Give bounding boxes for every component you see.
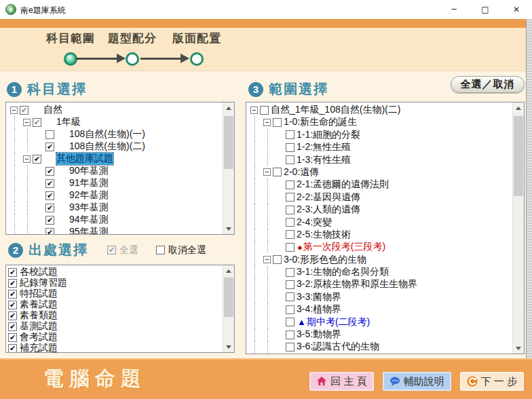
tree-item[interactable]: 自然_1年級_108自然(生物)(二) (246, 104, 512, 116)
checkbox[interactable] (273, 168, 282, 176)
checkbox[interactable] (286, 218, 294, 227)
checkbox[interactable]: ✔ (107, 246, 116, 254)
checkbox[interactable] (286, 292, 294, 301)
checkbox[interactable]: ✔ (45, 167, 54, 176)
checkbox[interactable] (286, 206, 294, 214)
tree-item[interactable]: 3-2:原核生物界和原生生物界 (246, 278, 512, 290)
checkbox[interactable] (156, 246, 165, 254)
collapse-icon[interactable] (263, 256, 271, 263)
collapse-icon[interactable] (23, 155, 31, 163)
checkbox[interactable] (286, 280, 294, 289)
list-item[interactable]: ✔特招試題 (6, 288, 223, 299)
close-button[interactable]: ✕ (501, 0, 532, 19)
checkbox[interactable] (286, 180, 294, 189)
subject-scrollbar[interactable] (223, 102, 234, 234)
select-all-checkbox[interactable]: ✔ 全選 (107, 244, 138, 256)
help-button[interactable]: 輔助說明 (383, 372, 451, 391)
range-scrollbar[interactable] (512, 102, 524, 354)
scrollbar-thumb[interactable] (224, 278, 233, 317)
checkbox[interactable] (273, 118, 282, 127)
next-button[interactable]: 下 一 步 (460, 372, 524, 391)
tree-item[interactable]: 3-0:形形色色的生物 (246, 254, 512, 266)
checkbox[interactable] (286, 193, 294, 202)
tree-item[interactable]: 1-1:細胞的分裂 (246, 129, 512, 141)
checkbox[interactable]: ✔ (45, 191, 54, 200)
list-item[interactable]: ✔各校試題 (6, 267, 223, 278)
deselect-all-checkbox[interactable]: 取消全選 (156, 244, 206, 256)
tree-item[interactable]: 3-6:認識古代的生物 (246, 341, 512, 353)
list-item[interactable]: ✔會考試題 (6, 332, 223, 343)
checkbox[interactable]: ✔ (33, 155, 41, 164)
tree-item[interactable]: ✔93年基測 (6, 202, 223, 214)
list-item[interactable]: ✔素養試題 (6, 299, 223, 310)
checkbox[interactable]: ✔ (8, 290, 17, 299)
checkbox[interactable] (286, 155, 294, 164)
checkbox[interactable]: ✔ (8, 279, 17, 288)
tree-item[interactable]: ✔92年基測 (6, 189, 223, 202)
checkbox[interactable] (286, 130, 294, 139)
checkbox[interactable] (286, 343, 294, 352)
checkbox[interactable]: ✔ (8, 311, 17, 320)
checkbox[interactable] (286, 230, 294, 239)
scroll-up-icon[interactable] (513, 102, 524, 113)
tree-item[interactable]: 3-3:菌物界 (246, 291, 512, 303)
checkbox[interactable]: ✔ (45, 216, 54, 225)
tree-item[interactable]: 2-3:人類的遺傳 (246, 204, 512, 216)
checkbox[interactable]: ✔ (8, 344, 17, 353)
home-button[interactable]: 回 主 頁 (309, 372, 373, 391)
minimize-button[interactable]: ─ (438, 0, 470, 19)
list-item[interactable]: ✔紀錄簿習題 (6, 278, 223, 288)
tree-item[interactable]: 2-1:孟德爾的遺傳法則 (246, 178, 512, 191)
source-scrollbar[interactable] (223, 265, 234, 352)
tree-item[interactable]: ✔91年基測 (6, 177, 223, 189)
tree-item[interactable]: 2-4:突變 (246, 216, 512, 229)
tree-item[interactable]: 2-0:遺傳 (246, 166, 512, 178)
tree-item[interactable]: ✔90年基測 (6, 165, 223, 177)
tree-item[interactable]: ▲期中考(二段考) (246, 316, 512, 328)
tree-item[interactable]: ✔自然 (6, 104, 223, 116)
checkbox[interactable] (286, 318, 294, 326)
scrollbar-thumb[interactable] (224, 116, 233, 169)
tree-item[interactable]: ✔1年級 (6, 116, 223, 128)
checkbox[interactable]: ✔ (45, 228, 54, 235)
scroll-down-icon[interactable] (223, 341, 234, 352)
list-item[interactable]: ✔補充試題 (6, 343, 223, 352)
tree-item[interactable]: 1-2:無性生殖 (246, 141, 512, 153)
checkbox[interactable]: ✔ (8, 322, 17, 331)
collapse-icon[interactable] (263, 119, 271, 126)
list-item[interactable]: ✔素養類題 (6, 310, 223, 321)
checkbox[interactable] (286, 330, 294, 339)
checkbox[interactable]: ✔ (45, 142, 54, 151)
collapse-icon[interactable] (23, 119, 31, 126)
collapse-icon[interactable] (263, 168, 271, 176)
tree-item[interactable]: ✔95年基測 (6, 226, 223, 234)
tree-item[interactable]: 2-2:基因與遺傳 (246, 191, 512, 204)
tree-item[interactable]: 1-0:新生命的誕生 (246, 116, 512, 128)
tree-item[interactable]: 108自然(生物)(一) (6, 128, 223, 140)
checkbox[interactable] (286, 143, 294, 152)
checkbox[interactable] (273, 255, 282, 264)
collapse-icon[interactable] (10, 107, 18, 114)
scrollbar-thumb[interactable] (514, 116, 523, 196)
select-all-toggle-button[interactable]: 全選／取消 (451, 76, 525, 93)
checkbox[interactable]: ✔ (33, 118, 41, 127)
tree-item[interactable]: ✔108自然(生物)(二) (6, 140, 223, 153)
checkbox[interactable]: ✔ (8, 301, 17, 309)
tree-item[interactable]: 3-5:動物界 (246, 328, 512, 341)
tree-item[interactable]: 3-1:生物的命名與分類 (246, 266, 512, 278)
list-item[interactable]: ✔基測試題 (6, 321, 223, 332)
checkbox[interactable] (286, 305, 294, 314)
tree-item[interactable]: 3-4:植物界 (246, 303, 512, 316)
checkbox[interactable]: ✔ (20, 106, 28, 115)
checkbox[interactable]: ✔ (8, 333, 17, 342)
tree-item[interactable]: ✔94年基測 (6, 214, 223, 226)
checkbox[interactable]: ✔ (45, 179, 54, 188)
maximize-button[interactable]: □ (470, 0, 501, 19)
scroll-down-icon[interactable] (513, 343, 524, 354)
checkbox[interactable]: ✔ (45, 204, 54, 212)
scroll-down-icon[interactable] (223, 223, 234, 234)
checkbox[interactable]: ✔ (8, 268, 17, 277)
tree-item[interactable]: 2-5:生物技術 (246, 229, 512, 241)
tree-item[interactable]: ●第一次段考(三段考) (246, 241, 512, 253)
scroll-up-icon[interactable] (223, 102, 234, 113)
